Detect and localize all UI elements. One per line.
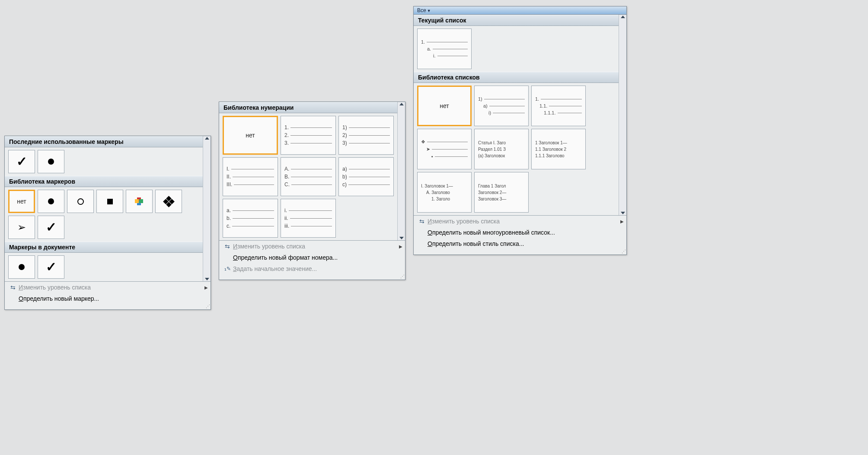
- lists-menu: ⇆ Изменить уровень списка ▶ Определить н…: [414, 215, 626, 249]
- change-list-level: ⇆ Изменить уровень списка ▶: [414, 216, 626, 227]
- define-bullet-label: Определить новый маркер...: [19, 295, 208, 302]
- scroll-down-icon: [399, 237, 404, 239]
- check-icon: ✓: [46, 221, 57, 234]
- numbering-decimal-dot[interactable]: 1. 2. 3.: [281, 116, 336, 155]
- indent-icon: ⇆: [7, 284, 19, 291]
- circle-icon: [77, 198, 84, 205]
- bullet-circle[interactable]: [67, 190, 94, 213]
- bullet-none[interactable]: нет: [8, 190, 35, 213]
- dropdown-icon: ▼: [427, 9, 431, 13]
- current-list-body: 1. a. i.: [414, 26, 619, 72]
- none-label: нет: [440, 102, 449, 109]
- resize-grip[interactable]: ⋰: [414, 249, 626, 255]
- numbering-scrollbar[interactable]: [397, 102, 405, 240]
- numbering-alpha-lower-paren[interactable]: a) b) c): [338, 157, 394, 196]
- bullet-arrow[interactable]: ➢: [8, 216, 35, 239]
- bullet-disc-doc[interactable]: [8, 255, 35, 279]
- document-bullets-body: ✓: [5, 253, 203, 281]
- bullet-check-doc[interactable]: ✓: [38, 255, 64, 279]
- list-library-header: Библиотека списков: [414, 72, 619, 83]
- bullets-menu: ⇆ Изменить уровень списка ▶ Определить н…: [5, 281, 211, 304]
- lists-filter-dropdown[interactable]: Все▼: [414, 6, 626, 15]
- numbering-decimal-paren[interactable]: 1) 2) 3): [338, 116, 394, 155]
- list-article-section[interactable]: Статья I. Заго Раздел 1.01 З (a) Заголов…: [474, 129, 529, 169]
- check-icon: ✓: [16, 155, 27, 168]
- bullet-disc[interactable]: [38, 190, 64, 213]
- indent-icon: ⇆: [222, 243, 233, 250]
- numbering-none[interactable]: нет: [223, 116, 278, 155]
- change-list-level: ⇆ Изменить уровень списка ▶: [219, 241, 405, 252]
- list-chapter-heading[interactable]: Глава 1 Загол Заголовок 2— Заголовок 3—: [474, 172, 529, 213]
- list-heading-numbered[interactable]: 1 Заголовок 1— 1.1 Заголовок 2 1.1.1 Заг…: [531, 129, 586, 169]
- disc-icon: [48, 198, 54, 204]
- numbering-alpha-upper[interactable]: A. B. C.: [281, 157, 336, 196]
- indent-icon: ⇆: [416, 218, 428, 225]
- four-color-icon: [135, 197, 143, 205]
- lists-panel: Все▼ Текущий список 1. a. i. Библиотека …: [413, 6, 627, 255]
- scroll-down-icon: [621, 212, 625, 214]
- bullet-four-color[interactable]: [126, 190, 153, 213]
- numbering-library-header: Библиотека нумерации: [219, 102, 397, 113]
- set-start-value: ₁✎ Задать начальное значение...: [219, 263, 405, 274]
- disc-icon: [19, 264, 25, 270]
- list-none[interactable]: нет: [417, 86, 472, 126]
- define-new-number-format[interactable]: Определить новый формат номера...: [219, 252, 405, 263]
- disc-icon: [48, 159, 54, 165]
- scroll-down-icon: [205, 278, 209, 280]
- lists-scrollbar[interactable]: [619, 15, 626, 215]
- list-roman-heading[interactable]: I. Заголовок 1— A. Заголово 1. Заголо: [417, 172, 472, 213]
- current-list-header: Текущий список: [414, 15, 619, 26]
- bullet-check-recent[interactable]: ✓: [8, 150, 35, 173]
- define-new-multilevel-list[interactable]: Определить новый многоуровневый список..…: [414, 227, 626, 238]
- document-bullets-header: Маркеры в документе: [5, 242, 203, 253]
- recent-bullets-body: ✓: [5, 147, 203, 176]
- filter-label: Все: [417, 7, 426, 13]
- define-new-bullet[interactable]: Определить новый маркер...: [5, 293, 211, 304]
- recent-bullets-header: Последние использованные маркеры: [5, 136, 203, 147]
- square-icon: [107, 199, 113, 204]
- bullet-disc-recent[interactable]: [38, 150, 64, 173]
- list-bullets-mixed[interactable]: ❖ ➤ ▪: [417, 129, 472, 169]
- none-label: нет: [246, 132, 255, 139]
- bullet-library-header: Библиотека маркеров: [5, 176, 203, 187]
- list-paren[interactable]: 1) a) i): [474, 86, 529, 126]
- edit-number-icon: ₁✎: [222, 266, 233, 272]
- define-new-list-style[interactable]: Определить новый стиль списка...: [414, 238, 626, 249]
- check-icon: ✓: [46, 261, 57, 274]
- none-label: нет: [17, 198, 26, 205]
- list-library-body: нет 1) a) i) 1. 1.1. 1.1.1.: [414, 83, 619, 215]
- change-level-label: Изменить уровень списка: [19, 284, 202, 291]
- numbering-roman-upper[interactable]: I. II. III.: [223, 157, 278, 196]
- scroll-up-icon: [205, 137, 209, 140]
- submenu-arrow-icon: ▶: [399, 244, 402, 249]
- bullets-panel: Последние использованные маркеры ✓ Библи…: [4, 136, 211, 310]
- submenu-arrow-icon: ▶: [620, 219, 624, 224]
- bullets-scrollbar[interactable]: [203, 136, 211, 281]
- change-list-level: ⇆ Изменить уровень списка ▶: [5, 282, 211, 293]
- numbering-roman-lower[interactable]: i. ii. iii.: [281, 199, 336, 238]
- scroll-up-icon: [399, 103, 404, 105]
- resize-grip[interactable]: ⋰: [5, 304, 211, 309]
- bullet-check-lib[interactable]: ✓: [38, 216, 64, 239]
- bullet-square[interactable]: [96, 190, 123, 213]
- numbering-alpha-lower-dot[interactable]: a. b. c.: [223, 199, 278, 238]
- arrow-icon: ➢: [17, 221, 26, 233]
- current-list-item[interactable]: 1. a. i.: [417, 29, 472, 69]
- submenu-arrow-icon: ▶: [204, 285, 208, 290]
- bullet-four-diamond[interactable]: [155, 190, 182, 213]
- list-decimal-nested[interactable]: 1. 1.1. 1.1.1.: [531, 86, 586, 126]
- numbering-panel: Библиотека нумерации нет 1. 2. 3. 1) 2) …: [219, 102, 405, 280]
- scroll-up-icon: [621, 16, 625, 18]
- four-diamond-icon: [164, 197, 173, 206]
- numbering-library-body: нет 1. 2. 3. 1) 2) 3): [219, 113, 397, 240]
- resize-grip[interactable]: ⋰: [219, 274, 405, 280]
- bullet-library-body: нет ➢ ✓: [5, 187, 203, 242]
- numbering-menu: ⇆ Изменить уровень списка ▶ Определить н…: [219, 240, 405, 274]
